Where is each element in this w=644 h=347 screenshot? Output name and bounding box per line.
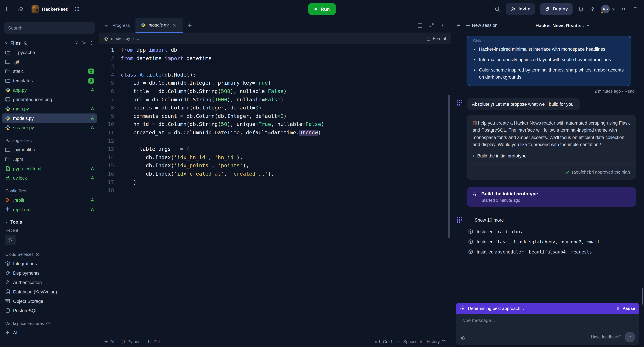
git-status-badge: A — [91, 166, 94, 171]
cloud-services-header: Cloud Services — [0, 246, 99, 259]
tab-progress[interactable]: Progress — [99, 18, 136, 33]
sidebar-tool-item[interactable]: Object Storage — [2, 296, 97, 306]
breadcrumb-separator: › — [133, 36, 134, 41]
folder-icon — [5, 50, 10, 55]
search-input[interactable] — [4, 22, 95, 34]
new-folder-icon[interactable] — [81, 40, 86, 46]
close-tab-icon[interactable] — [172, 22, 177, 28]
file-row[interactable]: .replit A — [2, 195, 97, 205]
file-row[interactable]: static 2 — [2, 67, 97, 76]
run-button[interactable]: Run — [308, 3, 336, 15]
code-editor[interactable]: 123456789101112131415161718 from app imp… — [99, 44, 451, 336]
invite-button[interactable]: Invite — [506, 3, 535, 15]
file-row[interactable]: generated-icon.png — [2, 95, 97, 104]
help-icon[interactable]: ? — [589, 6, 596, 12]
breadcrumb-file[interactable]: models.py — [111, 36, 130, 41]
history-button[interactable]: History — [427, 339, 446, 344]
recent-progress-tool[interactable] — [5, 235, 16, 245]
session-list-icon[interactable] — [456, 23, 461, 28]
sidebar-tool-item[interactable]: Authentication — [2, 278, 97, 287]
cloud-services-list: Integrations Deployments Authentication … — [0, 259, 99, 315]
statusbar-language[interactable]: {} Python — [121, 339, 140, 344]
kebab-menu-icon[interactable] — [89, 40, 94, 46]
agent-bottom: Determining best approach... Pause Type … — [456, 303, 639, 345]
postgres-icon — [5, 308, 10, 313]
task-card[interactable]: Build the initial prototype Started 1 mi… — [466, 187, 636, 207]
history-icon — [442, 339, 446, 344]
statusbar-diff[interactable]: Diff — [147, 339, 160, 344]
editor-scrollbar[interactable] — [448, 95, 450, 238]
message-input-box[interactable]: Type message... Have feedback? — [456, 313, 639, 345]
account-menu[interactable]: RC — [601, 5, 615, 13]
breadcrumb-more[interactable]: ... — [137, 36, 140, 41]
format-button[interactable]: Format — [426, 36, 446, 41]
style-proposal-card: Style: Hacker-inspired minimalist interf… — [466, 36, 631, 86]
file-row[interactable]: .pythonlibs — [2, 145, 97, 154]
file-row[interactable]: .upm — [2, 154, 97, 164]
feedback-link[interactable]: Have feedback? — [591, 335, 621, 339]
file-row[interactable]: templates 2 — [2, 76, 97, 85]
lock-icon — [5, 175, 10, 181]
file-row[interactable]: main.py A — [2, 104, 97, 114]
send-button[interactable] — [625, 332, 634, 342]
plus-icon — [466, 23, 470, 27]
statusbar-ai[interactable]: AI — [104, 339, 114, 344]
new-file-icon[interactable] — [74, 40, 79, 46]
chat-scroll-area[interactable]: Style: Hacker-inspired minimalist interf… — [451, 33, 644, 299]
style-bullet: Information density optimized layout wit… — [479, 56, 625, 64]
file-row[interactable]: .git — [2, 57, 97, 67]
style-bullet-list: Hacker-inspired minimalist interface wit… — [479, 46, 625, 81]
deploy-button[interactable]: Deploy — [540, 3, 572, 15]
pause-button[interactable]: Pause — [616, 306, 635, 311]
file-row[interactable]: scraper.py A — [2, 123, 97, 132]
sidebar-tool-item[interactable]: Integrations — [2, 259, 97, 268]
sidebar-tool-item[interactable]: Database (Key/Value) — [2, 287, 97, 296]
sidebar-tool-item[interactable]: Deployments — [2, 268, 97, 278]
tools-section-header[interactable]: Tools — [0, 214, 99, 226]
style-bullet: Hacker-inspired minimalist interface wit… — [479, 46, 625, 53]
agent-panel: New session Hacker News Reade... Style: … — [451, 18, 644, 347]
expand-icon[interactable] — [429, 23, 434, 28]
attachment-icon[interactable] — [460, 334, 466, 340]
project-switcher[interactable]: HackerFeed — [32, 5, 68, 13]
chevron-down-icon[interactable] — [5, 41, 8, 45]
file-row[interactable]: app.py A — [2, 85, 97, 95]
file-row[interactable]: pyproject.toml A — [2, 164, 97, 173]
top-bar: HackerFeed Run Invite Deploy ? RC — [0, 0, 644, 18]
show-more-row[interactable]: Show 10 more — [455, 216, 636, 224]
notifications-bell-icon[interactable] — [578, 6, 584, 12]
show-more-label: Show 10 more — [474, 218, 504, 223]
watch-files-icon[interactable] — [23, 40, 28, 46]
new-session-button[interactable]: New session — [466, 23, 498, 28]
flag-icon[interactable] — [632, 6, 639, 12]
config-file-list: .replit A replit.nix A — [0, 195, 99, 214]
sidebar-tool-item[interactable]: PostgreSQL — [2, 306, 97, 315]
search-icon[interactable] — [494, 6, 500, 12]
chat-scrollbar[interactable] — [642, 288, 643, 304]
sidebar-tool-item[interactable]: AI — [2, 328, 97, 337]
plan-text: I'll help you create a Hacker News reade… — [472, 119, 630, 148]
new-tab-icon[interactable] — [183, 18, 196, 33]
check-icon — [565, 170, 570, 175]
home-icon[interactable] — [18, 6, 24, 12]
file-row[interactable]: replit.nix A — [2, 205, 97, 214]
indentation-setting[interactable]: Spaces: 4 — [403, 339, 422, 344]
file-row[interactable]: __pycache__ — [2, 48, 97, 57]
folder-icon — [5, 147, 10, 152]
ai-icon — [5, 330, 10, 335]
cursor-position[interactable]: Ln 1, Col 1 — [372, 339, 393, 344]
tab-models-py[interactable]: models.py — [136, 18, 183, 33]
agent-header: New session Hacker News Reade... — [451, 18, 644, 33]
files-header: Files — [10, 41, 21, 46]
chevrons-right-icon[interactable] — [620, 6, 627, 12]
install-row: Installed flask, flask-sqlalchemy, psyco… — [468, 239, 636, 245]
split-view-icon[interactable] — [417, 23, 422, 28]
apps-grid-icon[interactable] — [74, 6, 81, 12]
sidebar-toggle-icon[interactable] — [5, 6, 12, 12]
file-row[interactable]: models.py A — [2, 114, 97, 123]
session-title-dropdown[interactable]: Hacker News Reade... — [536, 23, 590, 28]
file-row[interactable]: uv.lock A — [2, 173, 97, 183]
git-status-badge: A — [91, 88, 94, 92]
chevron-down-icon — [612, 7, 615, 11]
editor-kebab-icon[interactable] — [440, 23, 446, 28]
